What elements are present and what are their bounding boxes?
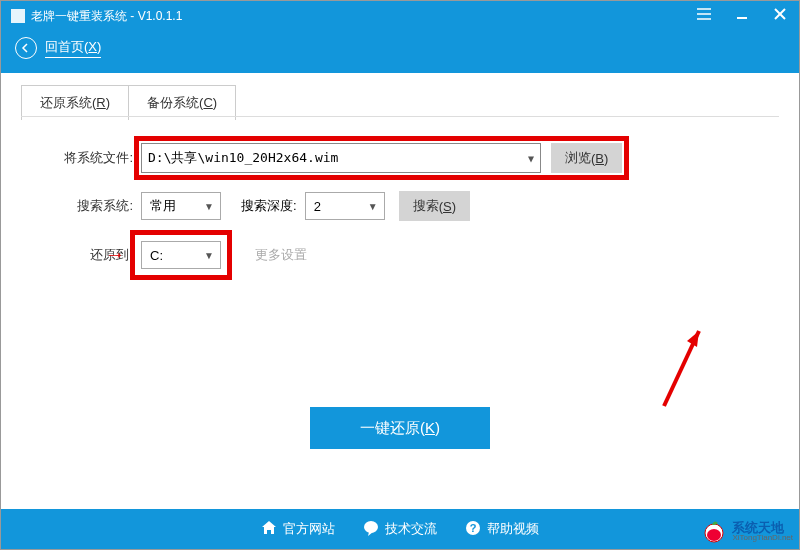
tab-backup[interactable]: 备份系统(C) xyxy=(129,85,236,120)
search-button[interactable]: 搜索(S) xyxy=(399,191,470,221)
tab-restore[interactable]: 还原系统(R) xyxy=(21,85,129,120)
svg-text:?: ? xyxy=(470,522,477,534)
footer-tech-forum[interactable]: 技术交流 xyxy=(363,520,437,539)
search-depth-select[interactable]: 2 ▼ xyxy=(305,192,385,220)
file-label: 将系统文件: xyxy=(21,149,141,167)
help-icon: ? xyxy=(465,520,481,539)
chat-icon xyxy=(363,520,379,539)
back-button[interactable]: 回首页(X) xyxy=(1,31,799,65)
search-depth-label: 搜索深度: xyxy=(241,197,297,215)
minimize-button[interactable] xyxy=(723,1,761,27)
annotation-arrow-icon: → xyxy=(105,243,125,266)
footer-help-video[interactable]: ? 帮助视频 xyxy=(465,520,539,539)
watermark-title: 系统天地 xyxy=(732,521,793,534)
search-sys-select[interactable]: 常用 ▼ xyxy=(141,192,221,220)
svg-point-9 xyxy=(364,521,378,533)
search-sys-label: 搜索系统: xyxy=(21,197,141,215)
restore-button[interactable]: 一键还原(K) xyxy=(310,407,490,449)
back-label: 回首页(X) xyxy=(45,38,101,58)
annotation-arrow-icon xyxy=(649,321,709,424)
svg-rect-0 xyxy=(11,9,25,23)
browse-button[interactable]: 浏览(B) xyxy=(551,143,622,173)
watermark-url: XiTongTianDi.net xyxy=(732,534,793,542)
chevron-down-icon: ▼ xyxy=(528,153,534,164)
footer-official-site[interactable]: 官方网站 xyxy=(261,520,335,538)
app-title: 老牌一键重装系统 - V1.0.1.1 xyxy=(31,8,182,25)
chevron-down-icon: ▼ xyxy=(204,201,214,212)
restore-to-select[interactable]: C: ▼ xyxy=(141,241,221,269)
back-arrow-icon xyxy=(15,37,37,59)
file-path-input[interactable]: D:\共享\win10_20H2x64.wim ▼ xyxy=(141,143,541,173)
app-icon xyxy=(11,9,25,23)
svg-point-13 xyxy=(707,529,721,541)
home-icon xyxy=(261,521,277,538)
more-settings-link[interactable]: 更多设置 xyxy=(255,246,307,264)
chevron-down-icon: ▼ xyxy=(368,201,378,212)
close-button[interactable] xyxy=(761,1,799,27)
menu-button[interactable] xyxy=(685,1,723,27)
watermark-logo-icon xyxy=(700,517,728,545)
chevron-down-icon: ▼ xyxy=(204,250,214,261)
watermark: 系统天地 XiTongTianDi.net xyxy=(700,517,793,545)
